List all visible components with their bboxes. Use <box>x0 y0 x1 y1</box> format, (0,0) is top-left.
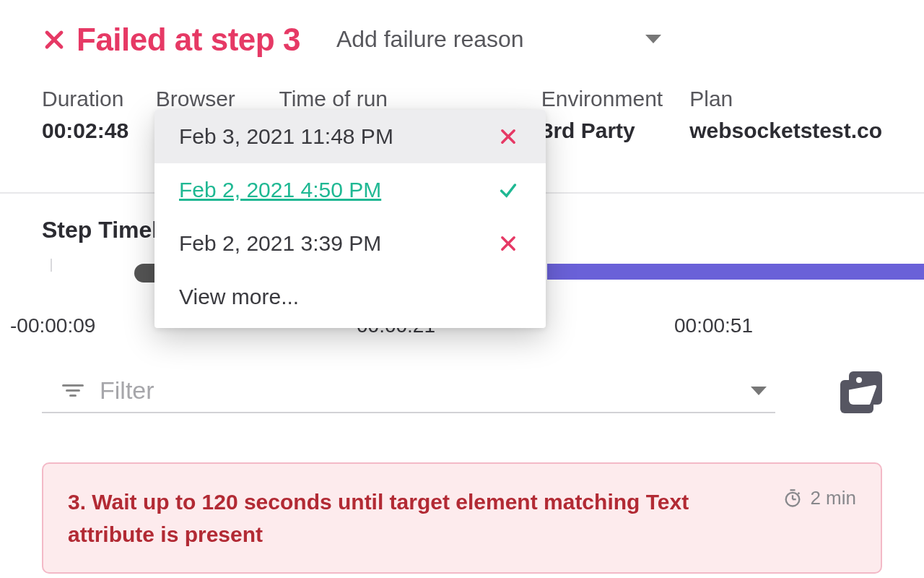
meta-environment-label: Environment <box>541 87 690 111</box>
failure-reason-placeholder: Add failure reason <box>336 26 524 53</box>
timeline-tick <box>51 259 52 272</box>
failed-step-text: 3. Wait up to 120 seconds until target e… <box>68 486 761 551</box>
meta-plan-value: websocketstest.co <box>689 118 882 143</box>
time-of-run-dropdown[interactable]: Feb 3, 2021 11:48 PM Feb 2, 2021 4:50 PM… <box>154 110 546 328</box>
failed-step-card[interactable]: 3. Wait up to 120 seconds until target e… <box>42 462 882 574</box>
filter-input[interactable]: Filter <box>42 371 775 413</box>
run-option[interactable]: Feb 2, 2021 4:50 PM <box>154 163 546 217</box>
chevron-down-icon <box>751 387 767 395</box>
check-icon <box>498 180 518 200</box>
failed-step-duration: 2 min <box>783 487 856 509</box>
timeline-segment-active[interactable] <box>547 264 924 280</box>
filter-row: Filter <box>42 371 924 413</box>
chevron-down-icon <box>645 35 661 43</box>
failure-reason-select[interactable]: Add failure reason <box>336 23 661 57</box>
failed-step-duration-value: 2 min <box>810 487 856 509</box>
meta-plan: Plan websocketstest.co <box>689 87 882 143</box>
screenshots-button[interactable] <box>840 371 882 413</box>
status-title: Failed at step 3 <box>42 22 300 58</box>
meta-duration: Duration 00:02:48 <box>42 87 156 143</box>
clock-icon <box>783 488 803 509</box>
run-option[interactable]: Feb 2, 2021 3:39 PM <box>154 217 546 270</box>
title-row: Failed at step 3 Add failure reason <box>42 22 882 58</box>
meta-environment: Environment 3rd Party <box>541 87 690 143</box>
meta-duration-label: Duration <box>42 87 156 111</box>
svg-line-6 <box>798 492 800 493</box>
meta-environment-value: 3rd Party <box>541 118 690 143</box>
meta-browser-label: Browser <box>156 87 279 111</box>
filter-icon <box>62 384 84 397</box>
meta-time-of-run-label: Time of run <box>279 87 541 111</box>
view-more-option[interactable]: View more... <box>154 270 546 328</box>
fail-x-icon <box>498 126 518 147</box>
status-title-text: Failed at step 3 <box>77 22 300 58</box>
timeline-label-right: 00:00:51 <box>674 314 753 337</box>
filter-placeholder: Filter <box>100 376 154 405</box>
run-option-label: Feb 2, 2021 3:39 PM <box>179 231 381 256</box>
fail-x-icon <box>498 233 518 254</box>
run-option-label: Feb 2, 2021 4:50 PM <box>179 178 381 202</box>
run-option[interactable]: Feb 3, 2021 11:48 PM <box>154 110 546 163</box>
meta-plan-label: Plan <box>689 87 882 111</box>
image-icon <box>849 371 882 405</box>
meta-duration-value: 00:02:48 <box>42 118 156 143</box>
fail-x-icon <box>42 27 66 52</box>
run-option-label: Feb 3, 2021 11:48 PM <box>179 124 393 149</box>
